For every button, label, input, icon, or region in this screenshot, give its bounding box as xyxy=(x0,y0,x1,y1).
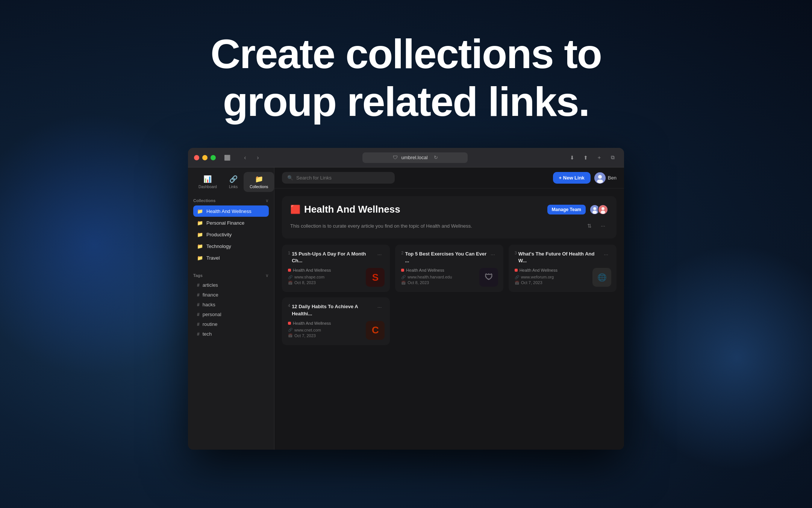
link-number-3: 3 xyxy=(515,251,517,255)
tag-hacks[interactable]: # hacks xyxy=(193,300,269,309)
sidebar-item-technology[interactable]: 📁 Technology xyxy=(193,240,269,252)
link-date-icon-2: 📅 xyxy=(401,281,406,285)
sidebar-item-personal-finance[interactable]: 📁 Personal Finance xyxy=(193,217,269,228)
collections-section-arrow[interactable]: ∨ xyxy=(265,198,269,203)
svg-point-5 xyxy=(592,210,597,214)
search-bar[interactable]: 🔍 xyxy=(282,172,395,184)
tag-label-finance: finance xyxy=(203,292,218,298)
sidebar-item-label-health: Health And Wellness xyxy=(206,208,251,214)
dashboard-icon: 📊 xyxy=(203,175,212,183)
tag-hash-routine: # xyxy=(197,322,200,327)
hero-line1: Create collections to xyxy=(211,30,601,77)
link-menu-button-4[interactable]: ··· xyxy=(375,303,384,311)
link-card-1[interactable]: 1 15 Push-Ups A Day For A Month Ch... ··… xyxy=(282,245,390,292)
tag-tech[interactable]: # tech xyxy=(193,329,269,339)
sidebar-item-health-and-wellness[interactable]: 📁 Health And Wellness xyxy=(193,205,269,217)
tag-hash-tech: # xyxy=(197,332,200,337)
browser-tabs-button[interactable]: ⧉ xyxy=(607,152,618,163)
link-url-text-2: www.health.harvard.edu xyxy=(408,275,452,279)
browser-download-button[interactable]: ⬇ xyxy=(567,152,577,163)
browser-chrome: ⬜ ‹ › 🛡 umbrel.local ↻ ⬇ ⬆ ＋ ⧉ xyxy=(188,148,624,167)
link-date-icon-3: 📅 xyxy=(515,281,519,285)
badge-dot-2 xyxy=(401,269,404,272)
sidebar: 📊 Dashboard 🔗 Links 📁 Collections Collec… xyxy=(188,167,274,450)
sort-button[interactable]: ⇅ xyxy=(584,221,595,231)
link-date-icon-4: 📅 xyxy=(288,333,292,338)
collections-section-header: Collections ∨ xyxy=(193,198,269,203)
link-number-2: 2 xyxy=(401,251,403,255)
tab-links[interactable]: 🔗 Links xyxy=(223,172,244,192)
traffic-light-close[interactable] xyxy=(194,155,199,160)
link-url-text-3: www.weforum.org xyxy=(521,275,554,279)
link-card-4[interactable]: 4 12 Daily Habits To Achieve A Healthi..… xyxy=(282,297,390,345)
address-bar-inner[interactable]: 🛡 umbrel.local ↻ xyxy=(362,152,468,163)
description-actions: ⇅ ··· xyxy=(584,221,608,231)
user-avatar xyxy=(594,172,606,184)
tag-label-routine: routine xyxy=(203,321,218,327)
sidebar-item-label-technology: Technology xyxy=(206,243,231,249)
sidebar-item-productivity[interactable]: 📁 Productivity xyxy=(193,229,269,240)
link-title-1: 15 Push-Ups A Day For A Month Ch... xyxy=(292,251,375,264)
tag-hash-personal: # xyxy=(197,312,200,317)
browser-back-button[interactable]: ‹ xyxy=(240,152,250,163)
tab-collections-label: Collections xyxy=(250,185,268,189)
tag-routine[interactable]: # routine xyxy=(193,319,269,329)
more-options-button[interactable]: ··· xyxy=(598,221,608,231)
link-menu-button-2[interactable]: ··· xyxy=(488,251,497,258)
link-title-3: What's The Future Of Health And W... xyxy=(518,251,602,264)
link-title-2: Top 5 Best Exercises You Can Ever ... xyxy=(405,251,488,264)
tab-links-label: Links xyxy=(229,185,238,189)
tag-hash-hacks: # xyxy=(197,302,200,307)
link-menu-button-1[interactable]: ··· xyxy=(375,251,384,258)
hero-section: Create collections to group related link… xyxy=(211,30,601,125)
badge-label-2: Health And Wellness xyxy=(406,268,444,272)
tab-collections[interactable]: 📁 Collections xyxy=(244,172,274,192)
link-date-text-3: Oct 7, 2023 xyxy=(521,280,542,285)
search-input[interactable] xyxy=(296,175,389,181)
browser-nav: ‹ › xyxy=(240,152,263,163)
avatar-svg xyxy=(594,172,606,184)
traffic-light-minimize[interactable] xyxy=(202,155,208,160)
browser-actions: ⬇ ⬆ ＋ ⧉ xyxy=(567,152,618,163)
link-date-text-1: Oct 8, 2023 xyxy=(294,280,316,285)
link-thumbnail-1: S xyxy=(366,268,385,287)
search-icon: 🔍 xyxy=(287,175,293,181)
link-thumbnail-3: 🌐 xyxy=(592,268,611,287)
folder-icon-travel: 📁 xyxy=(197,255,203,261)
tags-section-arrow[interactable]: ∨ xyxy=(265,273,269,278)
tab-dashboard[interactable]: 📊 Dashboard xyxy=(192,172,223,192)
link-card-3[interactable]: 3 What's The Future Of Health And W... ·… xyxy=(509,245,617,292)
browser-share-button[interactable]: ⬆ xyxy=(580,152,591,163)
link-menu-button-3[interactable]: ··· xyxy=(601,251,611,258)
tag-label-hacks: hacks xyxy=(203,302,215,307)
traffic-light-maximize[interactable] xyxy=(211,155,216,160)
tag-personal[interactable]: # personal xyxy=(193,310,269,319)
browser-forward-button[interactable]: › xyxy=(253,152,263,163)
link-url-icon-3: 🔗 xyxy=(515,275,519,279)
link-date-text-2: Oct 8, 2023 xyxy=(408,280,429,285)
link-card-2[interactable]: 2 Top 5 Best Exercises You Can Ever ... … xyxy=(395,245,503,292)
team-avatar-2 xyxy=(598,204,608,215)
main-toolbar: 🔍 + New Link Be xyxy=(274,167,624,189)
folder-icon-productivity: 📁 xyxy=(197,231,203,237)
browser-new-tab-button[interactable]: ＋ xyxy=(594,152,604,163)
links-grid: 1 15 Push-Ups A Day For A Month Ch... ··… xyxy=(282,245,617,345)
svg-point-2 xyxy=(597,179,603,183)
collections-section-title: Collections xyxy=(193,198,215,203)
tag-articles[interactable]: # articles xyxy=(193,280,269,290)
browser-address-bar: 🛡 umbrel.local ↻ xyxy=(268,152,562,163)
tags-section-header: Tags ∨ xyxy=(193,273,269,278)
folder-icon-finance: 📁 xyxy=(197,220,203,226)
sidebar-toggle-icon[interactable]: ⬜ xyxy=(222,152,232,163)
sidebar-item-travel[interactable]: 📁 Travel xyxy=(193,252,269,263)
user-avatar-group: Ben xyxy=(594,172,617,184)
link-card-4-header: 4 12 Daily Habits To Achieve A Healthi..… xyxy=(288,303,384,317)
manage-team-button[interactable]: Manage Team xyxy=(547,205,586,214)
link-card-3-header: 3 What's The Future Of Health And W... ·… xyxy=(515,251,611,264)
main-content: 🔍 + New Link Be xyxy=(274,167,624,450)
collection-title-actions: Manage Team xyxy=(547,204,608,215)
new-link-button[interactable]: + New Link xyxy=(553,172,591,184)
link-url-text-1: www.shape.com xyxy=(294,275,324,279)
tag-finance[interactable]: # finance xyxy=(193,290,269,300)
svg-point-4 xyxy=(593,207,596,210)
